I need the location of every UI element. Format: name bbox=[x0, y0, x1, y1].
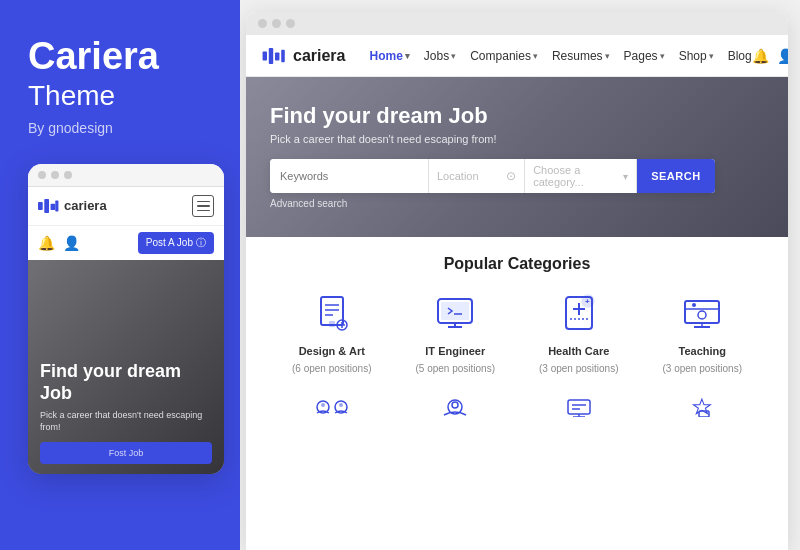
mobile-hero-content: Find your dream Job Pick a career that d… bbox=[40, 361, 212, 463]
right-panel: cariera Home ▾ Jobs ▾ Companies ▾ Resume… bbox=[240, 0, 800, 550]
hero-content: Find your dream Job Pick a career that d… bbox=[246, 83, 788, 231]
mobile-post-job-button[interactable]: Post A Job ⓘ bbox=[138, 232, 214, 254]
desktop-topbar bbox=[246, 12, 788, 35]
it-engineer-svg bbox=[434, 295, 476, 333]
category-teaching-count: (3 open positions) bbox=[663, 363, 743, 374]
hamburger-icon[interactable] bbox=[192, 195, 214, 217]
category-bottom-2[interactable] bbox=[410, 382, 500, 432]
category-design-art-count: (6 open positions) bbox=[292, 363, 372, 374]
categories-title: Popular Categories bbox=[270, 255, 764, 273]
location-input-wrap[interactable]: Location ⊙ bbox=[429, 159, 525, 193]
bell-icon[interactable]: 🔔 bbox=[38, 235, 55, 251]
nav-bell-icon[interactable]: 🔔 bbox=[752, 48, 769, 64]
svg-rect-3 bbox=[55, 200, 58, 211]
hamburger-line-3 bbox=[197, 210, 210, 212]
teaching-icon bbox=[677, 289, 727, 339]
health-care-svg: + bbox=[560, 293, 598, 335]
nav-links: Home ▾ Jobs ▾ Companies ▾ Resumes ▾ Page… bbox=[370, 49, 752, 63]
brand-subtitle: Theme bbox=[28, 80, 212, 112]
svg-point-29 bbox=[692, 303, 696, 307]
hamburger-line-2 bbox=[197, 205, 210, 207]
mobile-hero-title: Find your dream Job bbox=[40, 361, 212, 404]
nav-user-icon[interactable]: 👤 bbox=[777, 48, 788, 64]
mobile-hero: Find your dream Job Pick a career that d… bbox=[28, 260, 224, 474]
svg-rect-6 bbox=[275, 52, 279, 60]
categories-section: Popular Categories bbox=[246, 237, 788, 550]
mobile-logo: cariera bbox=[38, 198, 107, 214]
category-bottom-3[interactable] bbox=[534, 382, 624, 432]
health-care-icon: + bbox=[554, 289, 604, 339]
categories-grid-bottom bbox=[270, 382, 764, 432]
desktop-logo-text: cariera bbox=[293, 47, 346, 65]
category-placeholder: Choose a category... bbox=[533, 164, 623, 188]
hamburger-line-1 bbox=[197, 201, 210, 203]
svg-rect-12 bbox=[329, 321, 335, 327]
svg-text:+: + bbox=[585, 297, 590, 306]
category-bottom-4[interactable] bbox=[657, 382, 747, 432]
mobile-actions: 🔔 👤 Post A Job ⓘ bbox=[28, 226, 224, 260]
dot-2 bbox=[51, 171, 59, 179]
category-select-wrap[interactable]: Choose a category... ▾ bbox=[525, 159, 637, 193]
category-it-count: (5 open positions) bbox=[416, 363, 496, 374]
svg-rect-2 bbox=[51, 203, 56, 209]
hero-title: Find your dream Job bbox=[270, 103, 764, 129]
it-engineer-icon bbox=[430, 289, 480, 339]
svg-rect-5 bbox=[269, 48, 273, 64]
desktop-nav: cariera Home ▾ Jobs ▾ Companies ▾ Resume… bbox=[246, 35, 788, 77]
mobile-logo-icon bbox=[38, 198, 60, 214]
category-teaching-name: Teaching bbox=[679, 345, 726, 357]
desktop-dot-1 bbox=[258, 19, 267, 28]
mobile-topbar bbox=[28, 164, 224, 187]
category-design-art-name: Design & Art bbox=[299, 345, 365, 357]
brand-title: Cariera bbox=[28, 36, 212, 78]
nav-right: 🔔 👤 Post A Job ⓘ bbox=[752, 43, 788, 68]
bottom-icon-1 bbox=[307, 382, 357, 432]
design-art-icon bbox=[307, 289, 357, 339]
mobile-search-placeholder: Fost Job bbox=[109, 448, 144, 458]
svg-point-38 bbox=[452, 402, 458, 408]
teaching-svg bbox=[681, 295, 723, 333]
bottom-icon-3 bbox=[554, 382, 604, 432]
category-it-engineer[interactable]: IT Engineer (5 open positions) bbox=[410, 289, 500, 374]
pages-chevron: ▾ bbox=[660, 51, 665, 61]
search-button[interactable]: SEARCH bbox=[637, 159, 714, 193]
brand-author: By gnodesign bbox=[28, 120, 212, 136]
svg-rect-4 bbox=[263, 51, 267, 60]
keywords-input[interactable] bbox=[270, 159, 429, 193]
nav-shop[interactable]: Shop ▾ bbox=[679, 49, 714, 63]
nav-blog[interactable]: Blog bbox=[728, 49, 752, 63]
svg-point-34 bbox=[321, 403, 325, 407]
svg-rect-0 bbox=[38, 202, 43, 210]
mobile-logo-text: cariera bbox=[64, 198, 107, 213]
bottom-icon-4 bbox=[677, 382, 727, 432]
svg-rect-17 bbox=[441, 302, 469, 320]
jobs-chevron: ▾ bbox=[451, 51, 456, 61]
category-chevron-icon: ▾ bbox=[623, 171, 628, 182]
nav-home[interactable]: Home ▾ bbox=[370, 49, 410, 63]
category-teaching[interactable]: Teaching (3 open positions) bbox=[657, 289, 747, 374]
category-health-count: (3 open positions) bbox=[539, 363, 619, 374]
category-design-art[interactable]: Design & Art (6 open positions) bbox=[287, 289, 377, 374]
categories-grid: Design & Art (6 open positions) bbox=[270, 289, 764, 374]
mobile-search-bar[interactable]: Fost Job bbox=[40, 442, 212, 464]
info-icon: ⓘ bbox=[196, 236, 206, 250]
shop-chevron: ▾ bbox=[709, 51, 714, 61]
category-health-care[interactable]: + Health Care (3 open positions) bbox=[534, 289, 624, 374]
dot-1 bbox=[38, 171, 46, 179]
user-icon[interactable]: 👤 bbox=[63, 235, 80, 251]
hero-subtitle: Pick a career that doesn't need escaping… bbox=[270, 133, 764, 145]
search-bar: Location ⊙ Choose a category... ▾ SEARCH bbox=[270, 159, 715, 193]
category-health-name: Health Care bbox=[548, 345, 609, 357]
resumes-chevron: ▾ bbox=[605, 51, 610, 61]
nav-companies[interactable]: Companies ▾ bbox=[470, 49, 538, 63]
nav-resumes[interactable]: Resumes ▾ bbox=[552, 49, 610, 63]
mobile-nav: cariera bbox=[28, 187, 224, 226]
bottom-svg-2 bbox=[436, 397, 474, 417]
mobile-mockup: cariera 🔔 👤 Post A Job ⓘ Find your dream… bbox=[28, 164, 224, 474]
desktop-logo: cariera bbox=[262, 47, 346, 65]
location-placeholder: Location bbox=[437, 170, 479, 182]
nav-pages[interactable]: Pages ▾ bbox=[624, 49, 665, 63]
advanced-search-link[interactable]: Advanced search bbox=[270, 198, 347, 209]
category-bottom-1[interactable] bbox=[287, 382, 377, 432]
nav-jobs[interactable]: Jobs ▾ bbox=[424, 49, 456, 63]
